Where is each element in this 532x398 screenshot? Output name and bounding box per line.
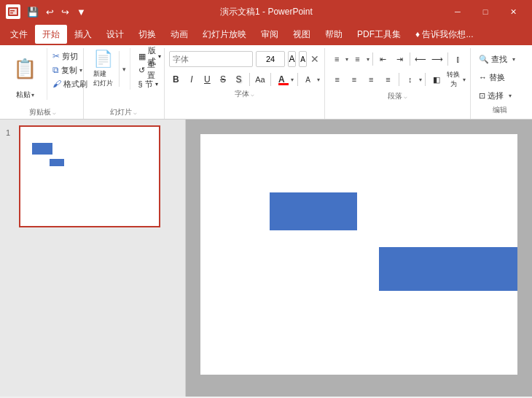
minimize-button[interactable]: ─	[445, 0, 471, 23]
menu-review[interactable]: 审阅	[254, 25, 286, 44]
copy-icon: ⧉	[52, 65, 59, 75]
font-family-input[interactable]	[169, 51, 253, 67]
strikethrough-button[interactable]: S	[216, 71, 230, 87]
cut-label: 剪切	[62, 51, 78, 62]
menu-view[interactable]: 视图	[286, 25, 318, 44]
para-row2: ≡ ≡ ≡ ≡ ↕ ▾ ◧ 转换为 ▾	[329, 71, 466, 87]
editing-controls: 🔍 查找 ▾ ↔ 替换 ⊡ 选择 ▾	[475, 48, 525, 104]
slide-canvas[interactable]	[200, 134, 517, 375]
svg-rect-2	[10, 10, 15, 12]
increase-indent-button[interactable]: ⇥	[392, 51, 407, 67]
bullets-arrow[interactable]: ▾	[345, 56, 348, 63]
undo-button[interactable]: ↩	[44, 5, 56, 19]
main-area: 1 软件自学网www.RJZXW.COM	[0, 120, 532, 397]
case-button[interactable]: Aa	[254, 71, 267, 87]
paste-dropdown-row: 粘贴 ▾	[16, 90, 34, 100]
smartart-button[interactable]: ◧	[429, 71, 444, 87]
numbering-arrow[interactable]: ▾	[367, 56, 369, 63]
menu-transitions[interactable]: 切换	[131, 25, 163, 44]
para-row1: ≡ ▾ ≡ ▾ ⇤ ⇥ ⟵ ⟶ ⫿	[329, 51, 466, 67]
font-size-input[interactable]	[256, 51, 285, 67]
highlight-button[interactable]: A	[301, 71, 315, 87]
section-icon: §	[138, 79, 143, 88]
paste-dropdown-arrow[interactable]: ▾	[31, 92, 34, 98]
para-expand-icon[interactable]: ⌵	[404, 93, 407, 100]
cut-icon: ✂	[52, 51, 60, 61]
menu-insert[interactable]: 插入	[67, 25, 99, 44]
font-size-increase-button[interactable]: A	[288, 51, 296, 67]
menu-help[interactable]: 帮助	[318, 25, 350, 44]
select-arrow[interactable]: ▾	[509, 93, 512, 99]
bullets-button[interactable]: ≡	[329, 51, 344, 67]
font-divider1	[249, 73, 250, 86]
ribbon: 📋 粘贴 ▾ ✂ 剪切 ⧉ 复制 ▾	[0, 45, 532, 120]
para-divider5	[425, 73, 426, 86]
convert-button[interactable]: 转换为	[446, 71, 461, 87]
rtl-button[interactable]: ⟵	[413, 51, 428, 67]
font-divider3	[297, 73, 298, 86]
numbering-button[interactable]: ≡	[350, 51, 364, 67]
new-slide-icon: 📄	[93, 50, 113, 69]
ribbon-content: 📋 粘贴 ▾ ✂ 剪切 ⧉ 复制 ▾	[0, 45, 532, 119]
new-slide-dropdown[interactable]: ▾	[120, 48, 130, 90]
font-divider2	[270, 73, 271, 86]
new-slide-section: 📄 新建幻灯片 ▾	[88, 48, 130, 90]
maximize-button[interactable]: □	[472, 0, 498, 23]
align-center-button[interactable]: ≡	[346, 71, 361, 87]
line-spacing-button[interactable]: ↕	[402, 71, 418, 87]
align-left-button[interactable]: ≡	[329, 71, 345, 87]
canvas-rect2[interactable]	[379, 247, 517, 291]
slide-panel: 1	[0, 120, 186, 397]
para-divider2	[410, 52, 410, 66]
ltr-button[interactable]: ⟶	[429, 51, 444, 67]
italic-button[interactable]: I	[185, 71, 199, 87]
justify-button[interactable]: ≡	[380, 71, 396, 87]
slides-expand-icon[interactable]: ⌵	[133, 109, 137, 116]
font-size-decrease-button[interactable]: A	[299, 51, 307, 67]
slide-thumbnail[interactable]	[19, 125, 160, 227]
close-button[interactable]: ✕	[500, 0, 526, 23]
redo-button[interactable]: ↪	[59, 5, 71, 19]
new-slide-button[interactable]: 📄 新建幻灯片	[88, 48, 119, 90]
find-button[interactable]: 🔍 查找	[475, 51, 511, 67]
canvas-rect1[interactable]	[270, 192, 357, 230]
para-controls: ≡ ▾ ≡ ▾ ⇤ ⇥ ⟵ ⟶ ⫿ ≡ ≡ ≡ ≡	[329, 48, 466, 90]
font-color-arrow[interactable]: ▾	[291, 77, 294, 83]
line-spacing-arrow[interactable]: ▾	[419, 77, 422, 83]
bold-button[interactable]: B	[169, 71, 183, 87]
copy-dropdown-arrow[interactable]: ▾	[79, 67, 82, 74]
clipboard-expand-icon[interactable]: ⌵	[52, 109, 56, 116]
reset-icon: ↺	[138, 66, 145, 75]
shadow-button[interactable]: S	[232, 71, 246, 87]
thumb-rect1	[32, 143, 52, 155]
font-expand-icon[interactable]: ⌵	[251, 91, 254, 98]
highlight-arrow[interactable]: ▾	[317, 77, 320, 83]
underline-button[interactable]: U	[200, 71, 214, 87]
quick-access-toolbar: 💾 ↩ ↪ ▼	[25, 5, 88, 19]
font-color-button[interactable]: A	[275, 71, 289, 87]
convert-arrow[interactable]: ▾	[463, 77, 466, 83]
find-arrow[interactable]: ▾	[512, 56, 515, 63]
select-button[interactable]: ⊡ 选择	[475, 87, 507, 104]
menu-animations[interactable]: 动画	[163, 25, 195, 44]
columns-button[interactable]: ⫿	[451, 51, 466, 67]
paste-button[interactable]: 📋	[7, 48, 42, 89]
editing-group: 🔍 查找 ▾ ↔ 替换 ⊡ 选择 ▾ 编辑	[471, 48, 529, 119]
customize-button[interactable]: ▼	[74, 5, 88, 19]
thumb-rect2	[50, 159, 64, 166]
clear-format-button[interactable]: ✕	[310, 51, 320, 67]
menu-slideshow[interactable]: 幻灯片放映	[195, 25, 254, 44]
replace-button[interactable]: ↔ 替换	[475, 69, 509, 85]
decrease-indent-button[interactable]: ⇤	[376, 51, 391, 67]
paragraph-group: ≡ ▾ ≡ ▾ ⇤ ⇥ ⟵ ⟶ ⫿ ≡ ≡ ≡ ≡	[325, 48, 471, 119]
menu-design[interactable]: 设计	[99, 25, 131, 44]
section-button[interactable]: § 节 ▾	[136, 77, 163, 90]
menu-home[interactable]: 开始	[35, 25, 67, 44]
reset-button[interactable]: ↺ 重置	[136, 63, 163, 77]
save-button[interactable]: 💾	[25, 5, 41, 19]
title-bar-left: 💾 ↩ ↪ ▼	[6, 4, 88, 19]
menu-pdf[interactable]: PDF工具集	[350, 25, 408, 44]
menu-search[interactable]: ♦ 告诉我你想...	[408, 25, 480, 44]
menu-file[interactable]: 文件	[3, 25, 35, 44]
align-right-button[interactable]: ≡	[364, 71, 379, 87]
